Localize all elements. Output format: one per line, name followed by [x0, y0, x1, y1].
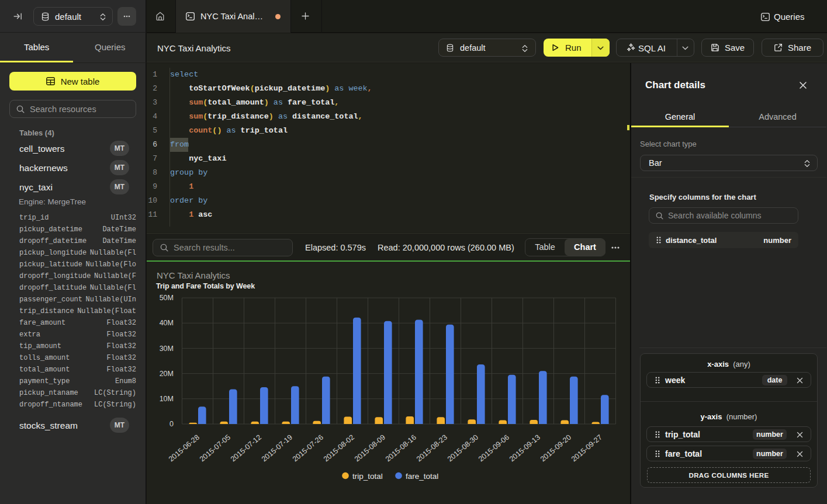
svg-text:2015-08-23: 2015-08-23 — [415, 433, 449, 464]
svg-text:trip_total: trip_total — [352, 472, 383, 481]
svg-text:fare_total: fare_total — [406, 472, 438, 481]
svg-text:0: 0 — [169, 420, 174, 428]
svg-text:2015-09-13: 2015-09-13 — [508, 433, 542, 464]
svg-text:2015-08-02: 2015-08-02 — [322, 433, 356, 464]
svg-text:2015-07-12: 2015-07-12 — [229, 433, 263, 464]
svg-text:50M: 50M — [160, 294, 174, 302]
svg-text:2015-09-06: 2015-09-06 — [477, 433, 511, 464]
svg-text:2015-08-30: 2015-08-30 — [446, 433, 480, 464]
svg-text:40M: 40M — [160, 319, 174, 327]
svg-text:20M: 20M — [160, 370, 174, 378]
svg-text:2015-07-26: 2015-07-26 — [291, 433, 325, 464]
svg-text:2015-08-09: 2015-08-09 — [353, 433, 387, 464]
svg-text:2015-08-16: 2015-08-16 — [384, 433, 418, 464]
svg-text:2015-07-05: 2015-07-05 — [198, 433, 232, 464]
svg-text:2015-06-28: 2015-06-28 — [167, 433, 201, 464]
svg-text:2015-07-19: 2015-07-19 — [260, 433, 294, 464]
svg-text:10M: 10M — [160, 395, 174, 403]
svg-text:2015-09-27: 2015-09-27 — [570, 433, 604, 464]
svg-text:2015-09-20: 2015-09-20 — [539, 433, 573, 464]
svg-text:30M: 30M — [160, 345, 174, 353]
